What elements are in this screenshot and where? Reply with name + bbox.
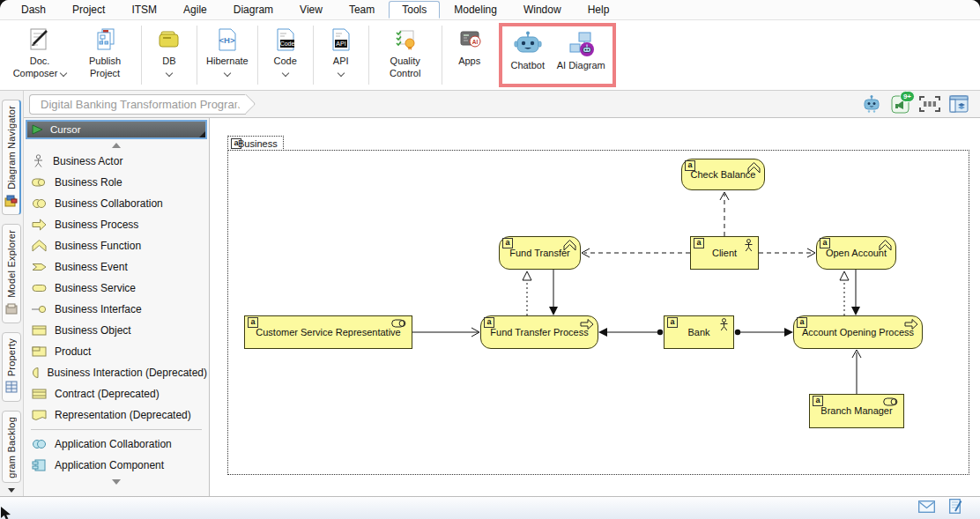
api-icon: API — [327, 26, 355, 54]
node-bank[interactable]: a Bank — [664, 315, 734, 349]
doc-composer-label: Doc. Composer — [12, 56, 67, 80]
doc-composer-button[interactable]: Doc. Composer — [7, 22, 72, 88]
node-fund-transfer-process[interactable]: a Fund Transfer Process — [480, 315, 598, 349]
ai-diagram-button[interactable]: AI Diagram — [552, 26, 611, 84]
announcements-icon[interactable]: 9+ — [890, 93, 911, 115]
menu-help[interactable]: Help — [575, 2, 622, 18]
palette-item-business-actor[interactable]: Business Actor — [26, 151, 207, 172]
ai-chatbot-icon[interactable] — [861, 93, 882, 115]
menu-modeling[interactable]: Modeling — [442, 2, 509, 18]
node-check-balance[interactable]: a Check Balance — [681, 159, 765, 190]
tab-property-label: Property — [6, 338, 17, 376]
node-client[interactable]: a Client — [690, 236, 759, 270]
node-account-opening-process[interactable]: a Account Opening Process — [793, 315, 923, 349]
palette-item-business-interface[interactable]: Business Interface — [26, 299, 207, 320]
toolbar: Doc. Composer Publish Project DB <H> Hib… — [0, 19, 980, 91]
toolbar-separator — [313, 26, 314, 85]
application-component-icon — [32, 458, 47, 472]
status-bar — [0, 496, 980, 519]
palette-item-business-collaboration[interactable]: Business Collaboration — [26, 193, 207, 214]
palette-item-application-component[interactable]: Application Component — [26, 455, 207, 476]
chatbot-button[interactable]: Chatbot — [504, 26, 552, 84]
menu-team[interactable]: Team — [337, 2, 387, 18]
business-role-icon — [391, 318, 408, 329]
apps-icon: AI — [456, 26, 484, 54]
node-branch-manager[interactable]: a Branch Manager — [809, 394, 904, 428]
cursor-tool[interactable]: Cursor — [26, 120, 207, 139]
menu-window[interactable]: Window — [511, 2, 574, 18]
representation-icon — [32, 408, 47, 422]
svg-text:<H>: <H> — [219, 35, 234, 45]
publish-project-button[interactable]: Publish Project — [72, 22, 137, 88]
business-group-label[interactable]: a Business — [227, 136, 284, 151]
api-button[interactable]: API API — [317, 22, 365, 88]
palette-item-business-service[interactable]: Business Service — [26, 278, 207, 299]
chevron-down-icon — [337, 70, 344, 77]
hibernate-button[interactable]: <H> Hibernate — [201, 22, 254, 88]
product-icon — [32, 345, 47, 359]
palette-item-product[interactable]: Product — [26, 341, 207, 362]
chevron-down-icon — [166, 70, 173, 77]
quality-control-button[interactable]: Quality Control — [373, 22, 438, 88]
log-document-icon[interactable] — [949, 499, 962, 517]
menu-agile[interactable]: Agile — [171, 2, 219, 18]
palette-item-representation[interactable]: Representation (Deprecated) — [26, 404, 207, 426]
tab-diagram-navigator[interactable]: Diagram Navigator — [2, 100, 21, 215]
tab-property[interactable]: Property — [2, 332, 21, 402]
tab-diagram-navigator-label: Diagram Navigator — [6, 106, 17, 189]
archimate-a-badge: a — [248, 317, 258, 328]
menu-view[interactable]: View — [287, 2, 335, 18]
business-role-icon — [32, 175, 47, 189]
tab-strip-overflow-arrow[interactable] — [8, 488, 15, 493]
business-object-icon — [32, 323, 47, 337]
palette-item-business-process[interactable]: Business Process — [26, 214, 207, 235]
breadcrumb[interactable]: Digital Banking Transformation Program — [29, 94, 246, 115]
palette-item-business-interaction[interactable]: Business Interaction (Deprecated) — [26, 362, 207, 383]
publish-project-icon — [91, 26, 119, 54]
menu-dash[interactable]: Dash — [9, 2, 58, 18]
menu-diagram[interactable]: Diagram — [221, 2, 286, 18]
apps-button[interactable]: AI Apps — [446, 22, 494, 88]
diagram-panel-icon[interactable] — [948, 93, 969, 115]
fit-frame-icon[interactable] — [919, 93, 940, 115]
chatbot-label: Chatbot — [510, 60, 545, 72]
menu-tools[interactable]: Tools — [389, 1, 440, 19]
diagram-canvas[interactable]: a Business — [210, 117, 980, 496]
messages-icon[interactable] — [918, 500, 935, 516]
db-button[interactable]: DB — [145, 22, 193, 88]
palette-scroll-down[interactable] — [26, 476, 207, 487]
menu-project[interactable]: Project — [60, 2, 117, 18]
chatbot-icon — [514, 30, 542, 58]
palette-item-business-event[interactable]: Business Event — [26, 256, 207, 278]
tab-diagram-backlog[interactable]: gram Backlog — [2, 411, 21, 483]
side-tab-strip: Diagram Navigator Model Explorer Propert… — [0, 91, 24, 496]
palette-section-divider — [31, 429, 202, 430]
node-open-account[interactable]: a Open Account — [816, 236, 896, 270]
business-collaboration-icon — [32, 196, 47, 211]
menu-itsm[interactable]: ITSM — [119, 2, 169, 18]
publish-project-label: Publish Project — [78, 56, 132, 80]
node-customer-service-representative[interactable]: a Customer Service Representative — [244, 315, 412, 349]
business-interface-icon — [32, 302, 47, 316]
node-fund-transfer[interactable]: a Fund Transfer — [499, 236, 581, 270]
archimate-a-badge: a — [694, 238, 704, 248]
palette-item-business-function[interactable]: Business Function — [26, 235, 207, 256]
application-collaboration-icon — [32, 437, 47, 451]
api-label: API — [333, 56, 349, 68]
cursor-tool-label: Cursor — [50, 124, 81, 135]
tab-model-explorer[interactable]: Model Explorer — [2, 224, 21, 323]
palette-item-contract[interactable]: Contract (Deprecated) — [26, 383, 207, 404]
palette-item-business-object[interactable]: Business Object — [26, 320, 207, 341]
palette-item-business-role[interactable]: Business Role — [26, 172, 207, 193]
code-icon: Code — [271, 26, 300, 54]
svg-text:Code: Code — [279, 41, 294, 47]
palette-scroll-up[interactable] — [26, 139, 207, 151]
business-process-icon — [580, 318, 594, 330]
doc-composer-icon — [26, 26, 54, 54]
diagram-navigator-icon — [4, 194, 18, 211]
business-process-icon — [32, 218, 47, 232]
code-button[interactable]: Code Code — [262, 22, 309, 88]
mouse-cursor — [0, 503, 12, 519]
archimate-a-badge: a — [685, 160, 695, 171]
palette-item-application-collaboration[interactable]: Application Collaboration — [26, 434, 207, 455]
